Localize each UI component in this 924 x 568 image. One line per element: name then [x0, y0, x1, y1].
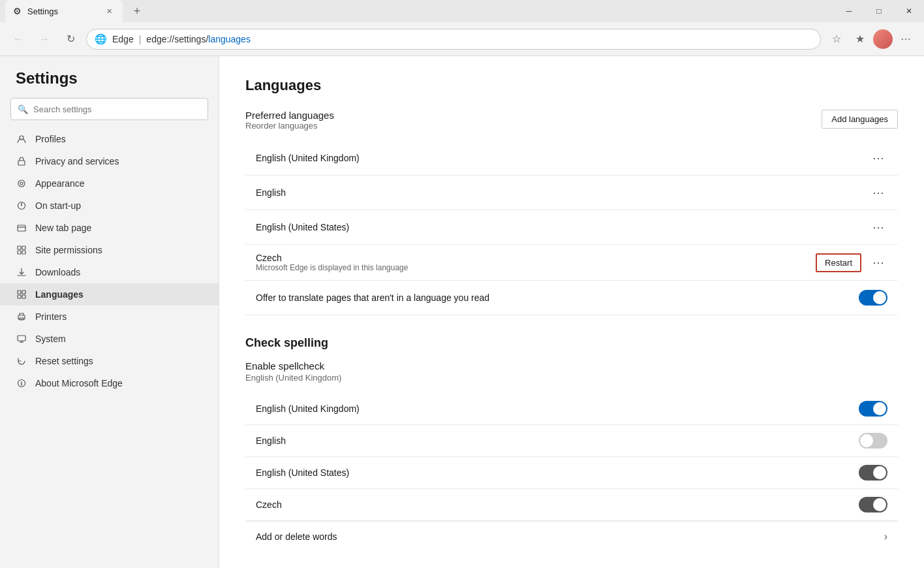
- sidebar-item-privacy[interactable]: Privacy and services: [0, 150, 219, 172]
- spell-lang-name: English (United Kingdom): [256, 403, 854, 414]
- enable-spellcheck-sub: English (United Kingdom): [245, 373, 898, 383]
- svg-point-23: [21, 381, 22, 382]
- minimize-button[interactable]: ─: [834, 0, 864, 22]
- address-path: edge://settings/languages: [146, 34, 251, 44]
- browser-tab[interactable]: ⚙ Settings ✕: [5, 0, 123, 22]
- svg-rect-1: [18, 161, 25, 165]
- svg-rect-10: [18, 251, 21, 254]
- titlebar: ⚙ Settings ✕ + ─ □ ✕: [0, 0, 924, 22]
- spellcheck-title: Check spelling: [245, 336, 898, 350]
- newtab-icon: [16, 222, 27, 234]
- lang-note: Microsoft Edge is displayed in this lang…: [256, 263, 810, 272]
- sidebar-item-system[interactable]: System: [0, 328, 219, 350]
- sidebar-item-printers[interactable]: Printers: [0, 306, 219, 328]
- lang-name: Czech: [256, 253, 282, 263]
- content-area: Languages Preferred languages Reorder la…: [219, 56, 924, 568]
- restart-button[interactable]: Restart: [816, 253, 861, 272]
- translate-toggle[interactable]: [859, 290, 887, 306]
- sidebar-item-siteperm[interactable]: Site permissions: [0, 239, 219, 261]
- spell-lang-row: English: [245, 425, 898, 457]
- spell-lang-toggle[interactable]: [859, 497, 887, 513]
- sidebar-item-label: Printers: [35, 311, 67, 322]
- tab-title: Settings: [27, 7, 99, 16]
- reset-icon: [16, 355, 27, 367]
- preferred-lang-row: English ⋯: [245, 176, 898, 210]
- spell-lang-row: English (United Kingdom): [245, 393, 898, 425]
- toolbar-actions: ☆ ★ ⋯: [826, 29, 916, 50]
- sidebar-item-label: New tab page: [35, 223, 91, 233]
- chevron-right-icon: ›: [884, 531, 887, 543]
- sidebar-title: Settings: [0, 69, 219, 98]
- address-field[interactable]: 🌐 Edge | edge://settings/languages: [86, 29, 821, 50]
- svg-rect-13: [22, 291, 25, 294]
- preferred-langs-header: Preferred languages Reorder languages Ad…: [245, 110, 898, 138]
- sidebar-item-appearance[interactable]: Appearance: [0, 172, 219, 195]
- preferred-langs-title: Preferred languages: [245, 110, 334, 121]
- preferred-lang-row: English (United States) ⋯: [245, 210, 898, 245]
- downloads-icon: [16, 266, 27, 278]
- lang-more-button[interactable]: ⋯: [869, 149, 887, 167]
- svg-rect-12: [18, 291, 21, 294]
- sidebar-item-about[interactable]: About Microsoft Edge: [0, 372, 219, 394]
- spell-lang-toggle[interactable]: [859, 465, 887, 481]
- refresh-button[interactable]: ↻: [60, 29, 81, 50]
- maximize-button[interactable]: □: [864, 0, 894, 22]
- appearance-icon: [16, 178, 27, 189]
- svg-rect-6: [18, 225, 25, 231]
- search-icon: 🔍: [18, 104, 28, 114]
- svg-point-3: [20, 182, 23, 185]
- spell-lang-name: English (United States): [256, 467, 854, 478]
- spell-lang-toggle[interactable]: [859, 433, 887, 449]
- profile-avatar[interactable]: [873, 29, 893, 49]
- svg-rect-11: [22, 251, 25, 254]
- system-icon: [16, 333, 27, 345]
- tab-close-button[interactable]: ✕: [103, 5, 115, 17]
- translate-label: Offer to translate pages that aren't in …: [256, 292, 859, 303]
- sidebar-item-languages[interactable]: Languages: [0, 283, 219, 306]
- favorites-button[interactable]: ☆: [826, 29, 847, 50]
- spell-lang-name: English: [256, 435, 854, 446]
- window-controls: ─ □ ✕: [834, 0, 924, 22]
- main-layout: Settings 🔍 Profiles Privacy and services…: [0, 56, 924, 568]
- search-input[interactable]: [33, 104, 201, 114]
- sidebar-item-label: Site permissions: [35, 245, 102, 255]
- addressbar: ← → ↻ 🌐 Edge | edge://settings/languages…: [0, 22, 924, 56]
- lang-more-button[interactable]: ⋯: [869, 253, 887, 272]
- siteperm-icon: [16, 244, 27, 256]
- settings-more-button[interactable]: ⋯: [895, 29, 916, 50]
- preferred-lang-row: Czech Microsoft Edge is displayed in thi…: [245, 245, 898, 281]
- sidebar-item-startup[interactable]: On start-up: [0, 195, 219, 217]
- spell-lang-list: English (United Kingdom) English English…: [245, 393, 898, 521]
- add-delete-words-row[interactable]: Add or delete words ›: [245, 522, 898, 552]
- translate-toggle-row: Offer to translate pages that aren't in …: [245, 281, 898, 315]
- sidebar-item-label: Privacy and services: [35, 156, 119, 166]
- sidebar-item-label: System: [35, 334, 66, 344]
- add-languages-button[interactable]: Add languages: [822, 110, 898, 129]
- sidebar-item-downloads[interactable]: Downloads: [0, 261, 219, 283]
- new-tab-button[interactable]: +: [128, 2, 146, 20]
- back-button[interactable]: ←: [8, 29, 29, 50]
- sidebar-item-profiles[interactable]: Profiles: [0, 128, 219, 150]
- spell-lang-toggle[interactable]: [859, 401, 887, 417]
- spell-lang-row: Czech: [245, 489, 898, 521]
- reorder-subtitle: Reorder languages: [245, 121, 334, 131]
- preferred-lang-row: English (United Kingdom) ⋯: [245, 141, 898, 176]
- preferred-lang-list: English (United Kingdom) ⋯ English ⋯ Eng…: [245, 141, 898, 281]
- add-delete-label: Add or delete words: [256, 531, 884, 542]
- lang-name: English (United Kingdom): [256, 153, 360, 163]
- sidebar-item-newtab[interactable]: New tab page: [0, 217, 219, 239]
- tab-settings-icon: ⚙: [13, 6, 23, 16]
- forward-button[interactable]: →: [34, 29, 55, 50]
- lang-name: English (United States): [256, 222, 349, 232]
- sidebar-item-label: Reset settings: [35, 356, 93, 366]
- collections-button[interactable]: ★: [850, 29, 870, 50]
- sidebar: Settings 🔍 Profiles Privacy and services…: [0, 56, 219, 568]
- sidebar-item-label: Profiles: [35, 134, 66, 144]
- search-box[interactable]: 🔍: [10, 98, 208, 120]
- languages-icon: [16, 289, 27, 300]
- lang-more-button[interactable]: ⋯: [869, 183, 887, 202]
- printers-icon: [16, 311, 27, 323]
- lang-more-button[interactable]: ⋯: [869, 218, 887, 236]
- sidebar-item-reset[interactable]: Reset settings: [0, 350, 219, 372]
- close-button[interactable]: ✕: [894, 0, 924, 22]
